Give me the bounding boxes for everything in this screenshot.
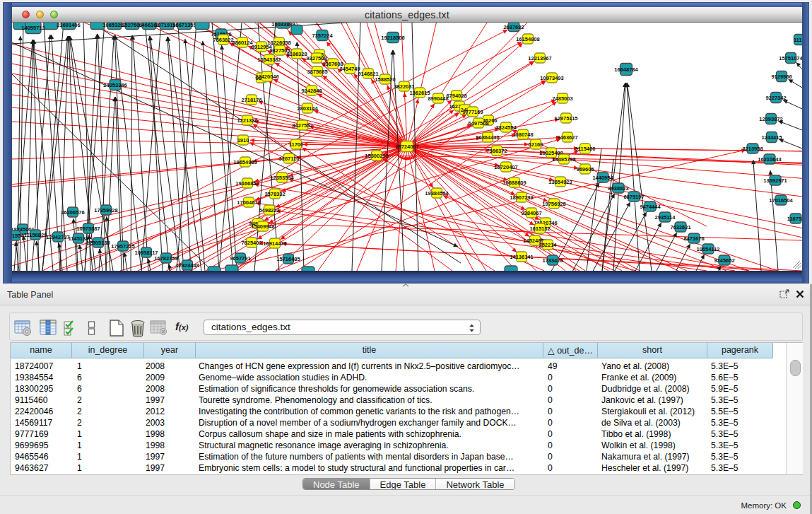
svg-text:10973493: 10973493: [540, 75, 563, 81]
svg-text:2935114: 2935114: [655, 214, 676, 221]
svg-text:1244415: 1244415: [761, 134, 782, 141]
svg-text:20364436: 20364436: [476, 134, 499, 141]
svg-text:3822031: 3822031: [394, 83, 414, 90]
svg-text:15720407: 15720407: [494, 164, 517, 170]
svg-text:9115460: 9115460: [575, 146, 596, 152]
svg-text:10688609: 10688609: [502, 180, 526, 186]
svg-text:9777169: 9777169: [462, 109, 483, 115]
svg-text:6879197: 6879197: [623, 194, 644, 200]
svg-text:12923448: 12923448: [175, 262, 199, 269]
svg-text:1588520: 1588520: [375, 76, 395, 83]
svg-text:3578332: 3578332: [264, 191, 285, 197]
svg-text:9384067: 9384067: [521, 210, 541, 216]
svg-text:12093872: 12093872: [759, 116, 782, 122]
svg-text:2687682: 2687682: [503, 24, 524, 30]
svg-text:19654985: 19654985: [233, 159, 257, 165]
svg-text:969605: 969605: [576, 166, 594, 173]
svg-text:991554: 991554: [12, 233, 24, 239]
svg-text:17359928: 17359928: [94, 207, 117, 214]
svg-text:8186328: 8186328: [286, 51, 307, 57]
svg-text:13654923: 13654923: [548, 179, 572, 185]
svg-text:9242848: 9242848: [301, 88, 322, 94]
svg-text:1440954: 1440954: [592, 175, 613, 181]
svg-text:26206576: 26206576: [61, 209, 84, 216]
svg-text:19756928: 19756928: [542, 201, 565, 207]
svg-text:1080748: 1080748: [512, 132, 533, 138]
svg-text:16154808: 16154808: [516, 36, 539, 42]
svg-text:18907299: 18907299: [510, 194, 533, 201]
svg-text:10543382: 10543382: [257, 57, 281, 63]
svg-text:9227342: 9227342: [765, 95, 786, 101]
svg-text:62160: 62160: [529, 141, 543, 148]
svg-text:7357224: 7357224: [312, 33, 333, 39]
svg-text:17957225: 17957225: [111, 243, 134, 250]
svg-text:9474444: 9474444: [640, 204, 661, 210]
svg-text:23691406: 23691406: [57, 23, 80, 28]
svg-text:9463627: 9463627: [557, 134, 577, 141]
svg-text:7663822: 7663822: [213, 37, 233, 43]
svg-text:8213958: 8213958: [742, 146, 763, 152]
svg-text:6794028: 6794028: [446, 93, 466, 99]
svg-text:9245652: 9245652: [714, 257, 734, 264]
svg-text:16671355: 16671355: [172, 23, 196, 28]
svg-text:7485003: 7485003: [552, 95, 572, 102]
svg-text:10975887: 10975887: [76, 226, 100, 232]
svg-text:8938923: 8938923: [608, 185, 628, 192]
svg-text:2718176: 2718176: [241, 97, 261, 103]
svg-text:12942737: 12942737: [46, 234, 69, 240]
svg-text:7632621: 7632621: [670, 224, 690, 230]
svg-text:1362615: 1362615: [409, 90, 430, 96]
svg-text:8427552: 8427552: [292, 122, 312, 129]
svg-text:1910: 1910: [237, 137, 249, 144]
svg-text:7386372: 7386372: [486, 148, 507, 154]
svg-text:19384554: 19384554: [425, 190, 449, 197]
svg-text:10654112: 10654112: [697, 246, 720, 252]
svg-text:15716485: 15716485: [276, 256, 300, 262]
svg-text:1112: 1112: [794, 37, 802, 43]
svg-text:12353594: 12353594: [270, 175, 294, 181]
svg-text:17004678: 17004678: [237, 199, 260, 206]
svg-text:8471676: 8471676: [683, 235, 704, 242]
svg-text:9129966: 9129966: [771, 74, 792, 80]
svg-text:14495798: 14495798: [552, 156, 575, 163]
svg-text:5498222: 5498222: [259, 207, 279, 214]
svg-text:15300295: 15300295: [365, 153, 388, 159]
svg-text:1733426: 1733426: [542, 257, 563, 264]
svg-text:14055712: 14055712: [21, 25, 45, 31]
svg-text:8990448: 8990448: [428, 95, 448, 102]
svg-text:15409948: 15409948: [251, 223, 274, 230]
svg-text:18724007: 18724007: [395, 144, 418, 150]
svg-text:6497508: 6497508: [468, 120, 488, 127]
svg-text:1221336: 1221336: [237, 117, 257, 124]
svg-text:12505135: 12505135: [86, 240, 110, 246]
svg-text:14136141: 14136141: [510, 254, 533, 260]
svg-text:3824554: 3824554: [495, 124, 517, 131]
svg-text:8454749: 8454749: [339, 66, 360, 72]
svg-text:1615132: 1615132: [529, 226, 550, 232]
svg-text:19218506: 19218506: [381, 35, 404, 41]
svg-text:16782759: 16782759: [154, 255, 177, 262]
svg-text:116753: 116753: [787, 216, 802, 222]
svg-text:19166852: 19166852: [235, 180, 259, 187]
svg-text:16914479: 16914479: [263, 240, 286, 247]
svg-text:8860124: 8860124: [232, 40, 253, 46]
svg-text:16210643: 16210643: [758, 156, 781, 163]
svg-text:11700: 11700: [289, 141, 303, 148]
svg-text:3267110: 3267110: [279, 156, 300, 162]
svg-text:17016504: 17016504: [769, 197, 793, 204]
svg-text:22420046: 22420046: [255, 74, 278, 80]
svg-text:12213967: 12213967: [528, 55, 551, 62]
svg-text:12975115: 12975115: [555, 115, 578, 122]
svg-text:15751074: 15751074: [779, 55, 802, 62]
svg-text:2803144: 2803144: [297, 105, 318, 112]
svg-text:9657791: 9657791: [230, 255, 250, 262]
svg-text:3875685: 3875685: [307, 69, 327, 75]
svg-text:11156829: 11156829: [24, 232, 47, 238]
svg-text:16648784: 16648784: [614, 66, 638, 73]
svg-text:24053346: 24053346: [103, 82, 126, 88]
svg-text:13692971: 13692971: [763, 177, 787, 184]
svg-text:252214: 252214: [539, 242, 557, 248]
svg-text:7625402: 7625402: [241, 240, 261, 246]
